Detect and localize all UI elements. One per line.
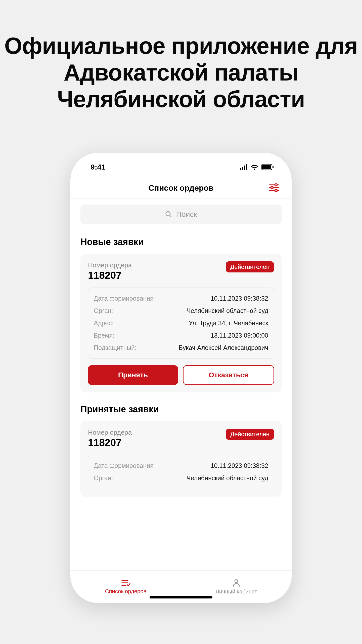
filter-icon[interactable] — [269, 183, 279, 193]
detail-row: Орган:Челябинский областной суд — [94, 305, 268, 317]
wifi-icon — [251, 164, 259, 170]
status-time: 9:41 — [90, 163, 106, 171]
search-placeholder: Поиск — [176, 210, 197, 219]
detail-row: Дата формирования10.11.2023 09:38:32 — [94, 292, 268, 305]
tab-label: Личный кабинет — [215, 588, 257, 595]
svg-rect-12 — [275, 189, 277, 191]
svg-rect-10 — [275, 184, 277, 186]
battery-icon — [261, 164, 274, 170]
svg-line-14 — [170, 215, 171, 217]
detail-row: Адрес:Ул. Труда 34, г. Челябиниск — [94, 317, 268, 329]
svg-rect-1 — [242, 167, 243, 170]
order-details: Дата формирования10.11.2023 09:38:32 Орг… — [88, 455, 274, 489]
phone-frame: 9:41 Список ордеров Поиск Нов — [70, 153, 292, 603]
order-details: Дата формирования10.11.2023 09:38:32 Орг… — [88, 288, 274, 359]
svg-rect-5 — [262, 165, 271, 169]
accept-button[interactable]: Принять — [88, 365, 178, 385]
search-input[interactable]: Поиск — [80, 205, 282, 224]
order-card[interactable]: Номер ордера 118207 Действителен Дата фо… — [80, 254, 282, 392]
search-container: Поиск — [70, 198, 292, 230]
list-icon — [121, 579, 130, 587]
person-icon — [232, 579, 240, 587]
svg-point-18 — [235, 580, 238, 583]
svg-rect-3 — [246, 164, 247, 170]
svg-rect-11 — [271, 187, 273, 189]
order-card[interactable]: Номер ордера 118207 Действителен Дата фо… — [80, 421, 282, 497]
reject-button[interactable]: Отказаться — [183, 365, 274, 385]
detail-row: Орган:Челябинский областной суд — [94, 472, 268, 484]
svg-rect-2 — [244, 166, 245, 170]
order-number-label: Номер ордера — [88, 429, 132, 436]
status-badge: Действителен — [226, 429, 274, 440]
detail-row: Дата формирования10.11.2023 09:38:32 — [94, 460, 268, 472]
section-title-new: Новые заявки — [80, 237, 282, 247]
app-header: Список ордеров — [70, 176, 292, 198]
home-indicator[interactable] — [150, 596, 212, 598]
order-number: 118207 — [88, 270, 132, 281]
order-number-label: Номер ордера — [88, 261, 132, 269]
svg-rect-0 — [240, 168, 241, 170]
status-icons — [240, 164, 274, 170]
tab-label: Список ордеров — [105, 588, 147, 595]
svg-point-13 — [166, 212, 170, 216]
detail-row: Подзащитный:Букач Алексей Александрович — [94, 342, 268, 354]
search-icon — [165, 211, 172, 218]
signal-icon — [240, 164, 248, 170]
page-title: Список ордеров — [148, 183, 214, 193]
section-title-accepted: Принятые заявки — [80, 404, 282, 415]
status-badge: Действителен — [226, 261, 274, 272]
status-bar: 9:41 — [70, 153, 292, 176]
order-number: 118207 — [88, 437, 132, 448]
detail-row: Время:13.11.2023 09:00:00 — [94, 329, 268, 342]
marketing-headline: Официальное приложение для Адвокатской п… — [0, 33, 362, 112]
content-scroll[interactable]: Новые заявки Номер ордера 118207 Действи… — [70, 230, 292, 570]
svg-rect-6 — [273, 166, 274, 168]
